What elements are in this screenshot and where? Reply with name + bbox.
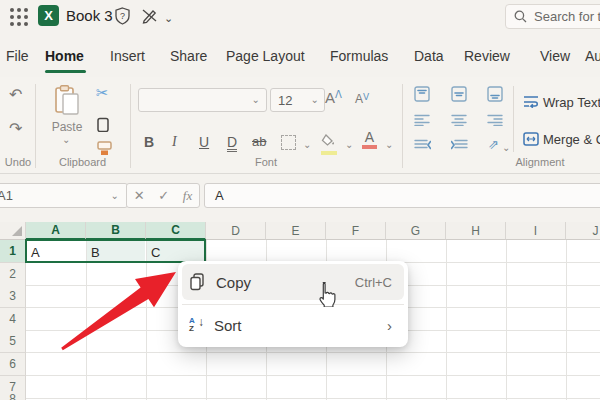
paste-icon[interactable] [54, 85, 80, 116]
gridline [506, 240, 507, 400]
paste-chevron-icon[interactable]: ⌄ [62, 135, 70, 145]
tab-home[interactable]: Home [45, 48, 84, 64]
font-name-select[interactable]: ⌄ [138, 88, 267, 112]
clipboard-group-label: Clipboard [35, 156, 130, 168]
name-box-value: A1 [0, 188, 13, 203]
protection-shield-icon[interactable]: ? [114, 7, 131, 25]
align-middle-icon[interactable] [451, 86, 467, 102]
search-box[interactable]: Search for tools [505, 4, 600, 29]
format-painter-icon[interactable] [97, 141, 113, 156]
undo-icon[interactable]: ↶ [9, 87, 22, 103]
font-size-select[interactable]: 12 ⌄ [270, 88, 325, 112]
copy-ribbon-icon[interactable] [97, 114, 113, 132]
bold-button[interactable]: B [144, 135, 154, 149]
column-header-E[interactable]: E [266, 222, 326, 240]
cancel-icon[interactable]: ✕ [134, 188, 145, 203]
select-all-triangle-icon [12, 226, 22, 236]
tab-insert[interactable]: Insert [110, 48, 145, 64]
ribbon: ↶ ↷ Undo Paste ⌄ ✂ Clipboard ⌄ 12 ⌄ Aᐱ A… [0, 77, 600, 174]
font-size-value: 12 [278, 93, 292, 108]
tab-automate[interactable]: Automate [585, 48, 600, 64]
column-header-C[interactable]: C [146, 222, 206, 240]
tab-formulas[interactable]: Formulas [330, 48, 388, 64]
active-tab-underline [45, 70, 86, 73]
column-header-D[interactable]: D [206, 222, 266, 240]
workbook-title[interactable]: Book 3 [66, 7, 113, 24]
row-header-2[interactable]: 2 [0, 263, 26, 286]
font-color-button[interactable]: A [362, 129, 377, 149]
row-header-5[interactable]: 5 [0, 330, 26, 353]
tab-file[interactable]: File [6, 48, 29, 64]
orientation-chevron-icon[interactable]: ⌄ [502, 143, 510, 153]
font-color-chevron-icon[interactable]: ⌄ [385, 140, 393, 150]
row-header-6[interactable]: 6 [0, 353, 26, 376]
wrap-text-button[interactable]: Wrap Text [543, 95, 600, 110]
submenu-chevron-icon: › [387, 317, 392, 334]
select-all-corner[interactable] [0, 222, 26, 240]
sort-az-icon: A Z ↓ [189, 317, 207, 333]
underline-button[interactable]: U [199, 135, 209, 149]
column-header-B[interactable]: B [86, 222, 146, 240]
grow-font-button[interactable]: Aᐱ [325, 89, 342, 106]
column-header-F[interactable]: F [326, 222, 386, 240]
column-header-G[interactable]: G [386, 222, 446, 240]
name-box[interactable]: A1 ⌄ [0, 183, 128, 208]
excel-logo-icon[interactable]: X [38, 5, 59, 26]
row-header-3[interactable]: 3 [0, 285, 26, 308]
red-arrow-annotation [55, 265, 185, 355]
borders-button[interactable] [281, 135, 296, 150]
fill-color-chevron-icon[interactable]: ⌄ [345, 140, 353, 150]
align-left-icon[interactable] [414, 114, 430, 126]
fill-color-button[interactable] [321, 132, 337, 155]
column-header-A[interactable]: A [26, 222, 86, 240]
row-header-1[interactable]: 1 [0, 240, 26, 263]
formula-buttons: ✕ ✓ fx [126, 183, 200, 208]
increase-indent-icon[interactable] [451, 139, 468, 151]
context-menu: Copy Ctrl+C A Z ↓ Sort › [178, 261, 408, 347]
formula-content: A [215, 188, 224, 203]
tab-review[interactable]: Review [464, 48, 510, 64]
formula-input[interactable]: A [204, 183, 600, 208]
merge-center-button[interactable]: Merge & Center [543, 132, 600, 147]
group-divider [513, 86, 514, 152]
column-header-I[interactable]: I [506, 222, 566, 240]
menu-item-copy[interactable]: Copy Ctrl+C [182, 264, 404, 300]
svg-text:?: ? [120, 11, 125, 21]
column-header-J[interactable]: J [566, 222, 600, 240]
double-underline-button[interactable]: D [227, 135, 237, 152]
column-header-H[interactable]: H [446, 222, 506, 240]
shrink-font-button[interactable]: Aᐯ [355, 92, 369, 106]
tab-view[interactable]: View [540, 48, 570, 64]
tab-page-layout[interactable]: Page Layout [226, 48, 305, 64]
italic-button[interactable]: I [172, 135, 177, 149]
gridline [566, 240, 567, 400]
editing-pen-icon[interactable] [140, 8, 159, 24]
alignment-group-label: Alignment [402, 156, 600, 168]
align-right-icon[interactable] [487, 114, 503, 126]
tab-share[interactable]: Share [170, 48, 207, 64]
align-center-icon[interactable] [451, 114, 467, 126]
merge-center-icon[interactable] [523, 132, 539, 146]
insert-function-icon[interactable]: fx [183, 188, 192, 204]
gridline [446, 240, 447, 400]
copy-icon [190, 273, 204, 291]
enter-icon[interactable]: ✓ [158, 188, 169, 203]
selection-border [25, 239, 206, 263]
strikethrough-button[interactable]: ab [252, 135, 266, 148]
align-bottom-icon[interactable] [487, 86, 503, 102]
tab-data[interactable]: Data [414, 48, 444, 64]
wrap-text-icon[interactable] [523, 95, 539, 108]
font-group-label: Font [130, 156, 402, 168]
cut-icon[interactable]: ✂ [96, 85, 109, 100]
redo-icon[interactable]: ↷ [9, 121, 22, 137]
app-launcher-icon[interactable] [10, 8, 28, 26]
borders-chevron-icon[interactable]: ⌄ [303, 140, 311, 150]
menu-item-sort[interactable]: A Z ↓ Sort › [182, 307, 404, 343]
row-header-4[interactable]: 4 [0, 308, 26, 331]
editing-mode-chevron-icon[interactable]: ⌄ [164, 13, 173, 24]
text-orientation-icon[interactable]: ⇗ [488, 137, 499, 152]
paste-label[interactable]: Paste [44, 120, 90, 134]
align-top-icon[interactable] [414, 86, 430, 102]
decrease-indent-icon[interactable] [414, 139, 431, 151]
gridline [26, 398, 600, 399]
